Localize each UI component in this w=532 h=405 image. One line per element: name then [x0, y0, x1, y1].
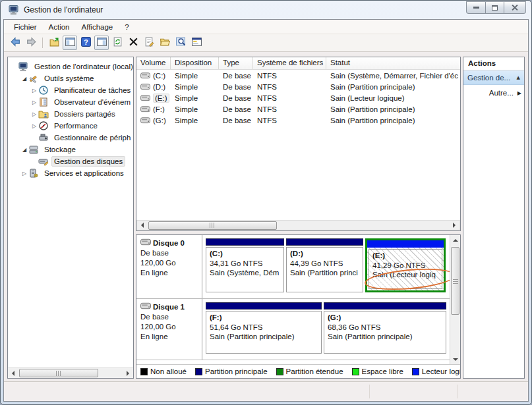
column-header-statut[interactable]: Statut	[326, 57, 460, 69]
actions-item-label: Autre...	[489, 89, 514, 97]
graph-vertical-scrollbar[interactable]	[450, 235, 460, 364]
tree-item-observateur-d-evenem[interactable]: ▷Observateur d'événem	[8, 96, 133, 108]
toolbar-properties-button[interactable]	[142, 36, 156, 50]
expander-icon[interactable]: ▷	[20, 171, 28, 176]
expander-icon[interactable]: ◢	[20, 76, 28, 82]
thumb-grip	[210, 223, 216, 228]
table-row-f[interactable]: (F:)SimpleDe baseNTFSSain (Partition pri…	[136, 103, 460, 115]
cell-disposition: Simple	[171, 72, 219, 80]
console-tree-panel: Gestion de l'ordinateur (local)◢Outils s…	[7, 57, 134, 379]
scroll-left-button[interactable]	[8, 368, 18, 378]
menu-item-help[interactable]: ?	[119, 21, 134, 33]
volume-horizontal-scrollbar[interactable]	[136, 220, 460, 230]
tree-item-services-et-applications[interactable]: ▷Services et applications	[8, 167, 133, 179]
scrollbar-thumb[interactable]	[19, 369, 98, 377]
disk-name-text: Disque 1	[153, 302, 185, 312]
minimize-button[interactable]	[466, 1, 485, 14]
toolbar-show-console-tree-button[interactable]	[63, 36, 77, 50]
tree-item-planificateur-de-taches[interactable]: ▷Planificateur de tâches	[8, 84, 133, 96]
column-header-volume[interactable]: Volume	[136, 57, 171, 69]
table-row-g[interactable]: (G:)SimpleDe baseNTFSSain (Partition pri…	[136, 115, 460, 126]
tree-item-gestion-des-disques[interactable]: Gestion des disques	[8, 155, 133, 167]
cell-disposition: Simple	[171, 94, 219, 102]
status-divider	[369, 385, 370, 398]
console-tree: Gestion de l'ordinateur (local)◢Outils s…	[8, 61, 133, 179]
tree-item-gestionnaire-de-periph[interactable]: Gestionnaire de périph	[8, 132, 133, 144]
toolbar-back-button[interactable]	[8, 36, 22, 50]
partition-status: Sain (Partition principale)	[210, 332, 318, 342]
expander-icon[interactable]: ▷	[30, 111, 38, 117]
partition-c[interactable]: (C:)34,31 Go NTFSSain (Système, Dém	[206, 238, 284, 292]
scroll-up-button[interactable]	[450, 235, 460, 245]
toolbar-forward-button[interactable]	[24, 36, 38, 50]
expander-icon[interactable]: ▷	[30, 123, 38, 129]
minimize-icon	[473, 7, 479, 9]
scroll-left-button[interactable]	[137, 221, 148, 230]
toolbar-new-window-button[interactable]	[189, 36, 204, 50]
maximize-button[interactable]	[485, 1, 504, 14]
table-row-c[interactable]: (C:)SimpleDe baseNTFSSain (Système, Déma…	[136, 70, 460, 81]
partition-size: 41,29 Go NTFS	[372, 261, 438, 271]
titlebar[interactable]: Gestion de l'ordinateur	[3, 1, 529, 19]
column-header-systeme-de-fichiers[interactable]: Système de fichiers	[253, 57, 326, 69]
drive-icon	[140, 117, 150, 124]
partition-info: (E:)41,29 Go NTFSSain (Lecteur logiq	[369, 249, 442, 289]
disk-row-disque-0: Disque 0De base120,00 GoEn ligne(C:)34,3…	[136, 235, 450, 299]
tree-item-stockage[interactable]: ◢Stockage	[8, 144, 133, 155]
partition-d[interactable]: (D:)44,39 Go NTFSSain (Partition princi	[286, 238, 363, 292]
tree-item-dossiers-partages[interactable]: ▷Dossiers partagés	[8, 108, 133, 120]
shared-folders-icon	[38, 109, 49, 119]
expander-icon[interactable]: ◢	[20, 147, 28, 153]
scrollbar-thumb[interactable]	[148, 221, 277, 230]
device-manager-icon	[38, 132, 49, 143]
table-row-d[interactable]: (D:)SimpleDe baseNTFSSain (Partition pri…	[136, 81, 460, 92]
actions-item-more[interactable]: Autre... ▶	[463, 85, 524, 101]
disk-label-disque-1[interactable]: Disque 1De base120,00 GoEn ligne	[136, 299, 202, 360]
tree-item-gestion-de-l-ordinateur-local[interactable]: Gestion de l'ordinateur (local)	[8, 61, 133, 72]
toolbar-help-button[interactable]: ?	[78, 36, 93, 50]
expander-icon[interactable]: ▷	[30, 99, 38, 105]
actions-group-disk-management[interactable]: Gestion de... ▲	[463, 70, 524, 85]
export-list-icon	[49, 36, 60, 50]
cell-disposition: Simple	[171, 117, 219, 124]
scroll-right-button[interactable]	[449, 221, 459, 230]
scroll-down-button[interactable]	[450, 354, 460, 364]
toolbar-export-list-button[interactable]	[47, 36, 61, 50]
close-button[interactable]	[504, 1, 526, 14]
partition-drive-letter: (E:)	[372, 251, 438, 261]
toolbar-find-button[interactable]	[173, 36, 188, 50]
partition-e[interactable]: (E:)41,29 Go NTFSSain (Lecteur logiq	[365, 238, 446, 292]
svg-text:?: ?	[84, 38, 88, 45]
partition-info: (C:)34,31 Go NTFSSain (Système, Dém	[206, 247, 284, 292]
partition-info: (G:)68,36 Go NTFSSain (Partition princip…	[324, 311, 446, 354]
menu-item-fichier[interactable]: Fichier	[8, 21, 43, 33]
table-row-e[interactable]: (E:)SimpleDe baseNTFSSain (Lecteur logiq…	[136, 92, 460, 103]
scroll-right-button[interactable]	[123, 368, 133, 378]
actions-title: Actions	[463, 57, 524, 70]
legend-item-partition-principale: Partition principale	[195, 367, 268, 375]
menu-item-action[interactable]: Action	[43, 21, 76, 33]
tree-item-performance[interactable]: ▷Performance	[8, 120, 133, 132]
toolbar-refresh-button[interactable]	[110, 36, 125, 50]
expander-icon[interactable]: ▷	[30, 88, 38, 94]
scrollbar-thumb[interactable]	[451, 247, 459, 315]
legend-item-non-alloue: Non alloué	[140, 367, 187, 375]
show-action-pane-icon	[96, 36, 107, 50]
disk-icon	[140, 238, 151, 248]
toolbar-open-folder-button[interactable]	[158, 36, 172, 50]
partition-f[interactable]: (F:)51,64 Go NTFSSain (Partition princip…	[206, 302, 322, 354]
tree-horizontal-scrollbar[interactable]	[8, 367, 133, 378]
partitions-area: (C:)34,31 Go NTFSSain (Système, Dém(D:)4…	[202, 235, 450, 298]
column-header-disposition[interactable]: Disposition	[171, 57, 219, 69]
toolbar-delete-button[interactable]	[126, 36, 140, 50]
drive-icon	[140, 106, 150, 113]
properties-icon	[144, 36, 155, 50]
toolbar-separator	[42, 38, 43, 48]
column-header-type[interactable]: Type	[219, 57, 253, 69]
tree-item-outils-systeme[interactable]: ◢Outils système	[8, 72, 133, 84]
partition-g[interactable]: (G:)68,36 Go NTFSSain (Partition princip…	[324, 302, 446, 354]
menu-item-affichage[interactable]: Affichage	[75, 21, 119, 33]
toolbar-show-action-pane-button[interactable]	[94, 36, 109, 50]
disk-label-disque-0[interactable]: Disque 0De base120,00 GoEn ligne	[136, 235, 202, 298]
cell-systeme-de-fichiers: NTFS	[253, 117, 326, 124]
